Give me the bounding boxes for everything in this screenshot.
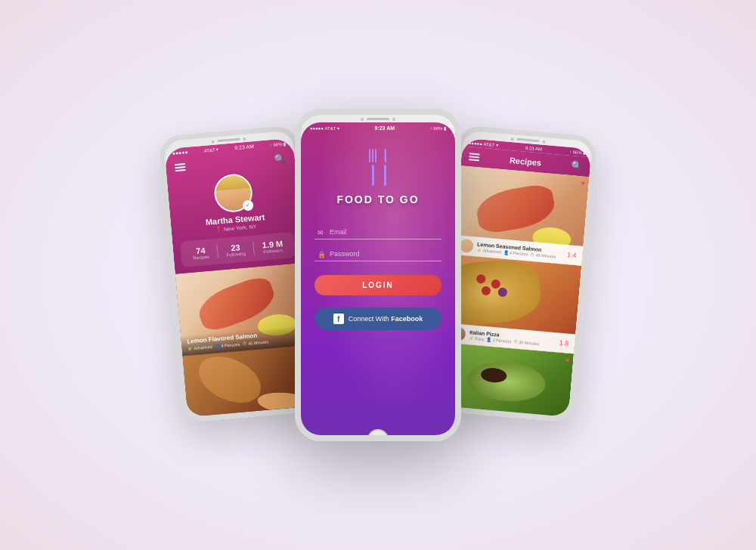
time-icon: ⏱	[243, 341, 248, 347]
recipe-card-pizza[interactable]: ♥ Italian Pizza ⚡ Easy 👤 2 Persons ⏱	[445, 254, 582, 354]
stat-divider-1	[216, 245, 218, 258]
right-search-icon[interactable]: 🔍	[571, 160, 583, 171]
tine-2	[372, 149, 373, 162]
center-camera-1	[361, 118, 364, 121]
profile-section: ✓ Martha Stewart 📍 New York, NY	[166, 165, 301, 243]
salmon-details: Lemon Seasoned Salmon ⚡ Advanced 👤 4 Per…	[476, 241, 563, 259]
pizza-details: Italian Pizza ⚡ Easy 👤 2 Persons ⏱ 30 Mi…	[469, 329, 556, 348]
knife-icon	[384, 149, 386, 186]
salmon-rating: 1.4	[567, 251, 577, 259]
followers-stat: 1.9 M Followers	[262, 239, 284, 254]
left-time: 9:23 AM	[234, 144, 254, 150]
recipe-list: ♥ Lemon Seasoned Salmon ⚡ Advanced 👤 4 P…	[439, 165, 590, 422]
center-speaker	[367, 118, 389, 120]
email-input[interactable]	[314, 225, 442, 239]
right-screen: ●●●●● AT&T ▾ 9:23 AM ↑ 66% ▮ Recipes 🔍	[439, 138, 592, 422]
left-phone: ●●●●● AT&T ▾ 9:23 AM ↑ 66% ▮ 🔍	[155, 131, 295, 419]
left-battery: ↑ 66% ▮	[270, 141, 287, 147]
menu-icon[interactable]	[175, 163, 186, 171]
right-camera-2	[542, 141, 545, 144]
right-speaker	[516, 138, 539, 143]
camera-dot-2	[243, 138, 246, 141]
recipes-label: Recipes	[193, 255, 209, 261]
pizza-difficulty: ⚡ Easy	[469, 335, 485, 341]
salmon-chef-avatar	[459, 238, 474, 253]
lock-icon: 🔒	[318, 251, 326, 258]
knife-handle	[384, 165, 386, 186]
right-signal: ●●●●● AT&T ▾	[469, 140, 498, 147]
stat-divider-2	[253, 242, 255, 255]
time-tag: ⏱ 45 Minutes	[243, 339, 268, 346]
fork-handle	[372, 165, 374, 186]
recipes-stat: 74 Recipes	[192, 246, 209, 261]
facebook-button-text: Connect With Facebook	[349, 315, 423, 323]
email-wrapper: ✉	[314, 225, 442, 239]
following-stat: 23 Following	[225, 243, 246, 258]
right-title: Recipes	[479, 153, 572, 170]
center-power	[455, 183, 457, 198]
fork-tines	[369, 149, 376, 164]
right-phone: ●●●●● AT&T ▾ 9:23 AM ↑ 66% ▮ Recipes 🔍	[461, 131, 601, 419]
persons-tag: 👤 4 Persons	[215, 342, 240, 349]
center-phone: ●●●●● AT&T ▾ 9:23 AM ↑ 66% ▮	[295, 109, 461, 441]
left-carrier: ●●●●●	[172, 150, 188, 156]
tine-3	[375, 149, 376, 162]
avatar-hair	[214, 175, 249, 191]
avatar: ✓	[212, 173, 253, 214]
followers-label: Followers	[263, 248, 283, 254]
right-menu-icon[interactable]	[469, 153, 480, 161]
fork-icon	[369, 149, 376, 186]
recipe-card-salmon[interactable]: ♥ Lemon Seasoned Salmon ⚡ Advanced 👤 4 P…	[453, 165, 590, 265]
persons-icon: 👤	[215, 344, 220, 349]
facebook-text: Facebook	[391, 315, 423, 323]
facebook-button[interactable]: f Connect With Facebook	[314, 307, 442, 330]
knife-blade	[384, 149, 386, 164]
guac-heart[interactable]: ♥	[565, 356, 570, 363]
center-camera-2	[392, 118, 395, 121]
pizza-rating: 1.8	[559, 339, 569, 348]
connect-text: Connect With	[349, 315, 389, 323]
center-screen: ●●●●● AT&T ▾ 9:23 AM ↑ 66% ▮	[301, 122, 455, 441]
difficulty-tag: ⚡ Advanced	[187, 345, 212, 351]
camera-dot	[211, 141, 214, 144]
center-status-bar: ●●●●● AT&T ▾ 9:23 AM ↑ 66% ▮	[301, 122, 455, 134]
center-signal: ●●●●● AT&T ▾	[310, 125, 339, 131]
app-title: FOOD TO GO	[336, 193, 419, 205]
app-logo-section: FOOD TO GO	[336, 134, 419, 218]
location-text: New York, NY	[224, 224, 257, 232]
location-pin-icon: 📍	[215, 226, 223, 233]
salmon-heart[interactable]: ♥	[581, 179, 585, 187]
food-card-salmon[interactable]: ♥ Lemon Flavored Salmon ⚡ Advanced 👤 4 P…	[175, 263, 311, 357]
tine-1	[369, 149, 370, 162]
right-camera-1	[510, 138, 513, 141]
password-input[interactable]	[314, 247, 442, 261]
center-time: 9:23 AM	[374, 125, 395, 131]
email-icon: ✉	[318, 229, 324, 236]
right-time: 9:23 AM	[525, 145, 542, 151]
login-form: ✉ 🔒 LOGIN f Connect With Facebook	[301, 225, 455, 330]
pizza-heart[interactable]: ♥	[573, 267, 578, 275]
difficulty-icon: ⚡	[187, 346, 193, 351]
facebook-icon: f	[333, 314, 344, 324]
speaker-bar	[217, 138, 240, 143]
fork-knife-icon	[369, 149, 386, 186]
center-phone-top	[301, 115, 455, 122]
search-icon[interactable]: 🔍	[274, 153, 286, 164]
following-label: Following	[226, 252, 246, 258]
center-battery: ↑ 66% ▮	[430, 125, 446, 131]
login-button[interactable]: LOGIN	[314, 275, 442, 295]
right-battery: ↑ 66% ▮	[569, 149, 586, 156]
left-carrier-name: AT&T ▾	[203, 147, 218, 153]
password-wrapper: 🔒	[314, 247, 442, 261]
